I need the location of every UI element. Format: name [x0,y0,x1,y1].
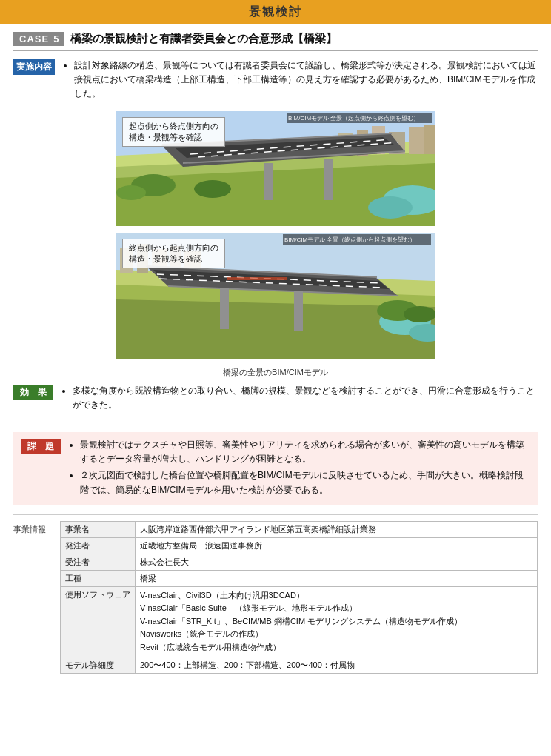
project-info-label: 事業情報 [13,521,54,674]
project-info-table: 事業名 大阪湾岸道路西伸部六甲アイランド地区第五高架橋詳細設計業務 発注者 近畿… [60,521,538,674]
project-info-row: 事業情報 事業名 大阪湾岸道路西伸部六甲アイランド地区第五高架橋詳細設計業務 発… [13,521,538,674]
row-header-koushu: 工種 [61,570,136,586]
image-annotation-bottom: 終点側から起点側方向の構造・景観等を確認 [122,239,225,269]
effect-content: 多様な角度から既設構造物との取り合い、橋脚の規模、景観などを検討することができ、… [61,384,538,414]
table-row-model-detail: モデル詳細度 200〜400：上部構造、200：下部構造、200〜400：付属物 [61,657,538,673]
image-annotation-top-text: 起点側から終点側方向の構造・景観等を確認 [129,122,218,142]
page-header: 景観検討 [0,0,551,24]
image-annotation-top: 起点側から終点側方向の構造・景観等を確認 [122,117,225,147]
row-header-jigyomei: 事業名 [61,521,136,537]
svg-point-19 [194,180,231,198]
table-row-jigyomei: 事業名 大阪湾岸道路西伸部六甲アイランド地区第五高架橋詳細設計業務 [61,521,538,537]
row-header-hatchusha: 発注者 [61,537,136,554]
image-caption: 橋梁の全景のBIM/CIMモデル [223,367,328,378]
svg-text:BIM/CIMモデル 全景（終点側から起点側を望む）: BIM/CIMモデル 全景（終点側から起点側を望む） [284,236,415,243]
svg-rect-16 [264,163,273,200]
page-title: 景観検討 [249,5,302,18]
content-area: CASE 5 橋梁の景観検討と有識者委員会との合意形成【橋梁】 実施内容 設計対… [0,24,551,681]
challenge-content: 景観検討ではテクスチャや日照等、審美性やリアリティを求められる場合が多いが、審美… [68,438,530,500]
svg-text:BIM/CIMモデル 全景（起点側から終点側を望む）: BIM/CIMモデル 全景（起点側から終点側を望む） [288,115,419,122]
svg-rect-41 [294,291,303,331]
implementation-text: 設計対象路線の構造、景観等については有識者委員会にて議論し、橋梁形式等が決定され… [74,59,538,102]
row-value-koushu: 橋梁 [136,570,538,586]
case-number: 5 [53,33,59,44]
svg-rect-40 [220,288,229,329]
challenge-section: 課 題 景観検討ではテクスチャや日照等、審美性やリアリティを求められる場合が多い… [13,432,538,505]
svg-rect-17 [324,159,333,200]
svg-point-45 [404,306,435,322]
row-value-jutyusha: 株式会社長大 [136,554,538,570]
case-title: 橋梁の景観検討と有識者委員会との合意形成【橋梁】 [70,32,337,46]
effect-label: 効 果 [13,385,53,400]
row-value-hatchusha: 近畿地方整備局 浪速国道事務所 [136,537,538,554]
row-value-software: V-nasClair、Civil3D（土木向け汎用3DCAD） V-nasCla… [136,586,538,657]
row-value-jigyomei: 大阪湾岸道路西伸部六甲アイランド地区第五高架橋詳細設計業務 [136,521,538,537]
row-header-model-detail: モデル詳細度 [61,657,136,673]
effect-section: 効 果 多様な角度から既設構造物との取り合い、橋脚の規模、景観などを検討すること… [13,384,538,414]
table-row-hatchusha: 発注者 近畿地方整備局 浪速国道事務所 [61,537,538,554]
case-title-row: CASE 5 橋梁の景観検討と有識者委員会との合意形成【橋梁】 [13,32,538,51]
case-label: CASE [19,33,49,44]
implementation-section: 実施内容 設計対象路線の構造、景観等については有識者委員会にて議論し、橋梁形式等… [13,59,538,104]
challenge-inner: 課 題 景観検討ではテクスチャや日照等、審美性やリアリティを求められる場合が多い… [21,438,530,500]
row-header-software: 使用ソフトウェア [61,586,136,657]
svg-rect-46 [227,277,287,280]
challenge-label: 課 題 [21,439,61,454]
table-row-koushu: 工種 橋梁 [61,570,538,586]
bridge-image-top-container: BIM/CIMモデル 全景（起点側から終点側を望む） 起点側から終点側方向の構造… [116,111,435,228]
bridge-image-bottom-container: BIM/CIMモデル 全景（終点側から起点側を望む） 終点側から起点側方向の構造… [116,233,435,361]
effect-text: 多様な角度から既設構造物との取り合い、橋脚の規模、景観などを検討することができ、… [73,384,538,412]
challenge-item-1: 景観検討ではテクスチャや日照等、審美性やリアリティを求められる場合が多いが、審美… [80,438,530,466]
svg-point-22 [368,196,413,219]
svg-rect-9 [424,125,435,154]
implementation-label: 実施内容 [13,59,55,75]
project-info-section: 事業情報 事業名 大阪湾岸道路西伸部六甲アイランド地区第五高架橋詳細設計業務 発… [13,514,538,674]
case-badge: CASE 5 [13,32,64,46]
implementation-content: 設計対象路線の構造、景観等については有識者委員会にて議論し、橋梁形式等が決定され… [62,59,538,104]
table-row-jutyusha: 受注者 株式会社長大 [61,554,538,570]
svg-point-20 [116,185,146,200]
divider [13,420,538,426]
row-header-jutyusha: 受注者 [61,554,136,570]
challenge-item-2: ２次元図面で検討した橋台位置や橋脚配置をBIM/CIMモデルに反映させているため… [80,468,530,497]
table-row-software: 使用ソフトウェア V-nasClair、Civil3D（土木向け汎用3DCAD）… [61,586,538,657]
row-value-model-detail: 200〜400：上部構造、200：下部構造、200〜400：付属物 [136,657,538,673]
images-area: BIM/CIMモデル 全景（起点側から終点側を望む） 起点側から終点側方向の構造… [13,111,538,378]
image-annotation-bottom-text: 終点側から起点側方向の構造・景観等を確認 [129,243,218,263]
svg-rect-8 [409,127,424,154]
